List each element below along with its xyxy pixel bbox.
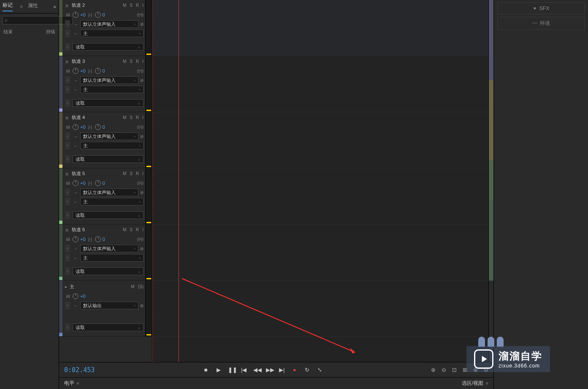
mute-toggle[interactable]: M	[123, 227, 126, 232]
read-mode-dropdown[interactable]: 读取⌄	[73, 324, 144, 331]
scroll-segment[interactable]	[489, 200, 493, 240]
route-icon[interactable]: ⊘	[140, 190, 144, 195]
volume-value[interactable]: +0	[80, 294, 86, 299]
stereo-icon[interactable]: ((•))	[137, 125, 144, 129]
expand-read-btn[interactable]: ›	[65, 99, 70, 107]
timecode-display[interactable]: 0:02.453	[64, 366, 95, 374]
read-mode-dropdown[interactable]: 读取⌄	[73, 99, 144, 107]
pan-value[interactable]: 0	[103, 181, 105, 186]
input-monitor-toggle[interactable]: I	[142, 59, 144, 64]
expand-read-btn[interactable]: ›	[65, 211, 70, 219]
rewind-button[interactable]: ◀◀	[253, 367, 260, 373]
track-name[interactable]: 轨道 5	[72, 170, 85, 177]
grip-icon[interactable]: ⫼	[65, 227, 69, 232]
mute-toggle[interactable]: M	[123, 171, 126, 176]
input-dropdown[interactable]: 默认立体声输入›	[80, 132, 138, 140]
volume-knob[interactable]	[73, 124, 79, 130]
stop-button[interactable]: ■	[203, 367, 209, 373]
input-dropdown[interactable]: 默认立体声输入›	[80, 189, 138, 196]
skip-button[interactable]: ⤡	[317, 367, 323, 373]
scroll-segment[interactable]	[489, 120, 493, 160]
expand-read-btn[interactable]: ›	[65, 155, 70, 163]
record-arm-toggle[interactable]: R	[136, 59, 139, 64]
track-lane-1[interactable]	[152, 56, 488, 112]
output-dropdown[interactable]: 主›	[80, 142, 144, 149]
grip-icon[interactable]: ⫼	[65, 171, 69, 176]
read-mode-dropdown[interactable]: 读取⌄	[73, 211, 144, 219]
mute-toggle[interactable]: M	[123, 59, 126, 64]
track-lane-0[interactable]	[152, 0, 488, 56]
solo-toggle[interactable]: (S)	[138, 284, 144, 289]
pan-knob[interactable]	[95, 124, 101, 130]
expand-output-btn[interactable]: ›	[65, 30, 70, 37]
sfx-button[interactable]: ✦ SFX	[497, 3, 585, 14]
solo-toggle[interactable]: S	[130, 3, 133, 8]
expand-input-btn[interactable]: ›	[65, 189, 70, 196]
input-monitor-toggle[interactable]: I	[142, 3, 144, 8]
grip-icon[interactable]: ⫼	[65, 115, 69, 120]
expand-input-btn[interactable]: ›	[65, 132, 70, 140]
tab-properties[interactable]: 属性	[28, 2, 38, 11]
level-menu-icon[interactable]: ≡	[77, 381, 79, 386]
scroll-strip[interactable]	[488, 0, 493, 362]
track-name[interactable]: 轨道 6	[72, 227, 85, 233]
volume-knob[interactable]	[73, 293, 79, 299]
volume-value[interactable]: +0	[80, 237, 86, 242]
mute-toggle[interactable]: M	[131, 284, 134, 289]
record-arm-toggle[interactable]: R	[136, 227, 139, 232]
zoom-out-icon[interactable]: ⊖	[442, 367, 446, 373]
solo-toggle[interactable]: S	[130, 227, 133, 232]
loop-button[interactable]: ↻	[304, 367, 311, 373]
input-monitor-toggle[interactable]: I	[142, 115, 144, 120]
input-monitor-toggle[interactable]: I	[142, 171, 144, 176]
ambient-button[interactable]: 〰 环境	[497, 17, 585, 30]
scroll-segment[interactable]	[489, 40, 493, 80]
expand-input-btn[interactable]: ›	[65, 20, 70, 28]
output-dropdown[interactable]: 默认输出›	[80, 302, 138, 309]
input-dropdown[interactable]: 默认立体声输入›	[80, 20, 138, 28]
expand-output-btn[interactable]: ›	[65, 302, 70, 309]
pan-value[interactable]: 0	[103, 68, 105, 73]
track-lane-2[interactable]	[152, 112, 488, 168]
volume-value[interactable]: +0	[80, 12, 86, 17]
pan-knob[interactable]	[95, 68, 101, 74]
volume-value[interactable]: +0	[80, 124, 86, 130]
grip-icon[interactable]: ⫼	[65, 3, 69, 8]
record-arm-toggle[interactable]: R	[136, 3, 139, 8]
solo-toggle[interactable]: S	[130, 115, 133, 120]
route-icon[interactable]: ⊘	[140, 246, 144, 251]
output-dropdown[interactable]: 主›	[80, 254, 144, 262]
pan-knob[interactable]	[95, 236, 101, 242]
scroll-segment[interactable]	[489, 0, 493, 40]
route-icon[interactable]: ⊘	[140, 22, 144, 27]
track-name[interactable]: 轨道 3	[72, 58, 85, 65]
stereo-icon[interactable]: ((•))	[137, 13, 144, 17]
expand-read-btn[interactable]: ›	[65, 324, 70, 331]
next-button[interactable]: ▶|	[279, 367, 285, 373]
read-mode-dropdown[interactable]: 读取⌄	[73, 267, 144, 275]
selection-panel-label[interactable]: 选区/视图	[462, 380, 483, 387]
record-button[interactable]: ●	[291, 367, 298, 373]
prev-button[interactable]: |◀	[241, 367, 247, 373]
route-icon[interactable]: ⊘	[140, 134, 144, 139]
expand-output-btn[interactable]: ›	[65, 198, 70, 205]
volume-knob[interactable]	[73, 12, 79, 18]
pan-value[interactable]: 0	[103, 12, 105, 17]
track-name[interactable]: 轨道 2	[72, 2, 85, 8]
zoom-in-icon[interactable]: ⊕	[431, 367, 436, 373]
read-mode-dropdown[interactable]: 读取⌄	[73, 155, 144, 163]
tab-menu-icon[interactable]: ≡	[20, 4, 23, 9]
expand-output-btn[interactable]: ›	[65, 86, 70, 93]
play-button[interactable]: ▶	[215, 367, 222, 373]
input-dropdown[interactable]: 默认立体声输入›	[80, 76, 138, 84]
pan-value[interactable]: 0	[103, 237, 105, 242]
volume-knob[interactable]	[73, 68, 79, 74]
track-name[interactable]: 轨道 4	[72, 114, 85, 121]
stereo-icon[interactable]: ((•))	[137, 237, 144, 241]
route-icon[interactable]: ⊘	[140, 78, 144, 83]
input-monitor-toggle[interactable]: I	[142, 227, 144, 232]
input-dropdown[interactable]: 默认立体声输入›	[80, 245, 138, 252]
grip-icon[interactable]: ⫼	[65, 59, 69, 64]
volume-knob[interactable]	[73, 180, 79, 186]
pause-button[interactable]: ❚❚	[228, 367, 235, 373]
